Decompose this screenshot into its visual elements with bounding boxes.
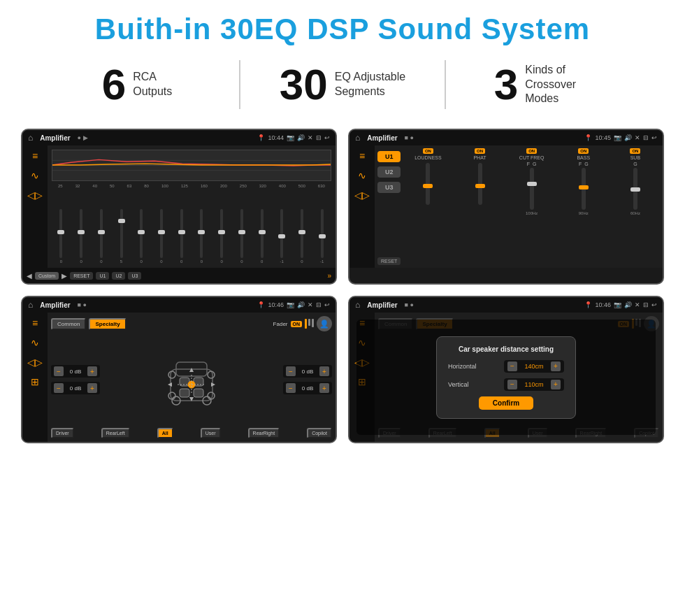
u1-btn-1[interactable]: U1	[96, 272, 109, 280]
next-arrow[interactable]: ▶	[62, 272, 67, 280]
loudness-slider[interactable]	[426, 163, 430, 205]
copilot-btn-3[interactable]: Copilot	[307, 428, 332, 438]
window-icon-3: ⊟	[316, 301, 322, 308]
horizontal-plus-btn[interactable]: +	[551, 361, 561, 371]
slider-track-5[interactable]	[140, 209, 143, 258]
home-icon[interactable]: ⌂	[28, 133, 33, 143]
screen-fader: ⌂ Amplifier ■ ● 📍 10:46 📷 🔊 ✕ ⊟ ↩ ≡ ∿ ◁▷…	[21, 296, 337, 443]
slider-track-6[interactable]	[160, 209, 163, 258]
stat-rca-label: RCA Outputs	[133, 70, 172, 99]
slider-track-9[interactable]	[220, 209, 223, 258]
driver-btn-3[interactable]: Driver	[51, 428, 74, 438]
preset-custom-btn[interactable]: Custom	[35, 272, 59, 280]
eq-icon-1[interactable]: ≡	[32, 151, 38, 161]
time-1: 10:44	[268, 134, 284, 141]
expand-arrows[interactable]: »	[327, 272, 331, 280]
slider-thumb-4	[118, 219, 125, 223]
fl-minus[interactable]: −	[54, 366, 64, 376]
eq-icon-3[interactable]: ≡	[32, 318, 38, 328]
slider-track-7[interactable]	[180, 209, 183, 258]
profile-icon-3[interactable]: 👤	[317, 316, 332, 331]
u3-select-btn[interactable]: U3	[377, 182, 401, 193]
location-icon-2: 📍	[584, 134, 592, 141]
bass-on-badge: ON	[578, 148, 589, 154]
slider-track-4[interactable]	[120, 209, 123, 258]
tab-common-3[interactable]: Common	[51, 318, 86, 330]
slider-track-8[interactable]	[200, 209, 203, 258]
dialog-title: Car speaker distance setting	[448, 345, 564, 353]
slider-track-13[interactable]	[301, 209, 303, 258]
rl-minus[interactable]: −	[54, 383, 64, 393]
slider-track-10[interactable]	[240, 209, 243, 258]
slider-col-8: 0	[192, 209, 211, 264]
rearright-btn-3[interactable]: RearRight	[248, 428, 280, 438]
u1-select-btn[interactable]: U1	[377, 151, 401, 162]
screen-amp2: ⌂ Amplifier ■ ● 📍 10:45 📷 🔊 ✕ ⊟ ↩ ≡ ∿ ◁▷	[348, 129, 664, 285]
expand-icon-3[interactable]: ⊞	[31, 377, 39, 387]
prev-arrow[interactable]: ◀	[27, 272, 32, 280]
screen3-content-wrap: ≡ ∿ ◁▷ ⊞ Common Specialty Fader ON	[22, 313, 336, 442]
phat-slider[interactable]	[478, 163, 482, 205]
fl-plus[interactable]: +	[87, 366, 97, 376]
vertical-plus-btn[interactable]: +	[551, 380, 561, 389]
wave-icon-3[interactable]: ∿	[31, 338, 39, 348]
home-icon-3[interactable]: ⌂	[28, 300, 33, 310]
home-icon-2[interactable]: ⌂	[355, 133, 360, 143]
home-icon-4[interactable]: ⌂	[355, 300, 360, 310]
slider-track-14[interactable]	[321, 209, 324, 258]
u2-btn-1[interactable]: U2	[112, 272, 125, 280]
cutfreq-slider[interactable]	[530, 168, 534, 210]
vertical-minus-btn[interactable]: −	[507, 380, 517, 389]
wave-icon-1[interactable]: ∿	[31, 171, 39, 180]
rr-minus[interactable]: −	[286, 383, 296, 393]
front-right-db-row: − 0 dB +	[283, 365, 332, 378]
slider-thumb-1	[57, 230, 64, 234]
sub-slider[interactable]	[633, 168, 637, 210]
vertical-ctrl: − 110cm +	[504, 378, 564, 391]
user-btn-3[interactable]: User	[201, 428, 221, 438]
svg-marker-17	[168, 382, 172, 387]
rear-right-db-row: − 0 dB +	[283, 382, 332, 394]
app-title-1: Amplifier	[40, 134, 70, 142]
fr-plus[interactable]: +	[319, 366, 329, 376]
vol-icon-3[interactable]: ◁▷	[27, 357, 43, 367]
rl-plus[interactable]: +	[87, 383, 97, 393]
rr-db-value: 0 dB	[298, 385, 317, 392]
sub-thumb	[630, 187, 640, 192]
wave-icon-2[interactable]: ∿	[358, 171, 366, 180]
eq-bottom-bar: ◀ Custom ▶ RESET U1 U2 U3 »	[22, 268, 336, 283]
eq-icon-2[interactable]: ≡	[359, 151, 365, 161]
slider-track-12[interactable]	[280, 209, 283, 258]
vol-icon-2[interactable]: ◁▷	[354, 190, 370, 200]
screens-grid: ⌂ Amplifier ● ▶ 📍 10:44 📷 🔊 ✕ ⊟ ↩ ≡ ∿ ◁▷	[0, 122, 685, 457]
slider-thumb-2	[78, 230, 85, 234]
horizontal-minus-btn[interactable]: −	[507, 361, 517, 371]
confirm-button[interactable]: Confirm	[479, 396, 533, 410]
slider-track-11[interactable]	[261, 209, 264, 258]
slider-track-2[interactable]	[80, 209, 82, 258]
sidebar-3: ≡ ∿ ◁▷ ⊞	[22, 313, 48, 442]
reset-btn-2[interactable]: RESET	[377, 257, 401, 265]
slider-track-1[interactable]	[59, 209, 62, 258]
bass-slider[interactable]	[582, 168, 586, 210]
slider-track-3[interactable]	[100, 209, 103, 258]
reset-btn-1[interactable]: RESET	[70, 272, 93, 280]
u2-select-btn[interactable]: U2	[377, 166, 401, 178]
fr-minus[interactable]: −	[286, 366, 296, 376]
dialog-overlay: Car speaker distance setting Horizontal …	[356, 320, 656, 435]
all-btn-3[interactable]: All	[157, 428, 173, 438]
fl-db-value: 0 dB	[66, 368, 85, 375]
vertical-label: Vertical	[448, 381, 469, 388]
horizontal-value: 140cm	[520, 363, 548, 370]
volume-icon-1: 🔊	[297, 134, 305, 141]
rr-plus[interactable]: +	[319, 383, 329, 393]
rearleft-btn-3[interactable]: RearLeft	[101, 428, 130, 438]
tab-specialty-3[interactable]: Specialty	[89, 318, 126, 330]
time-3: 10:46	[268, 301, 284, 308]
eq-freq-labels: 253240506380100125160200250320400500630	[52, 184, 331, 188]
screen4-content-wrap: ≡ ∿ ◁▷ ⊞ Common Specialty ON	[349, 313, 663, 442]
u3-btn-1[interactable]: U3	[128, 272, 141, 280]
slider-col-5: 0	[132, 209, 151, 264]
vertical-row: Vertical − 110cm +	[448, 378, 564, 391]
vol-icon-1[interactable]: ◁▷	[27, 190, 43, 200]
